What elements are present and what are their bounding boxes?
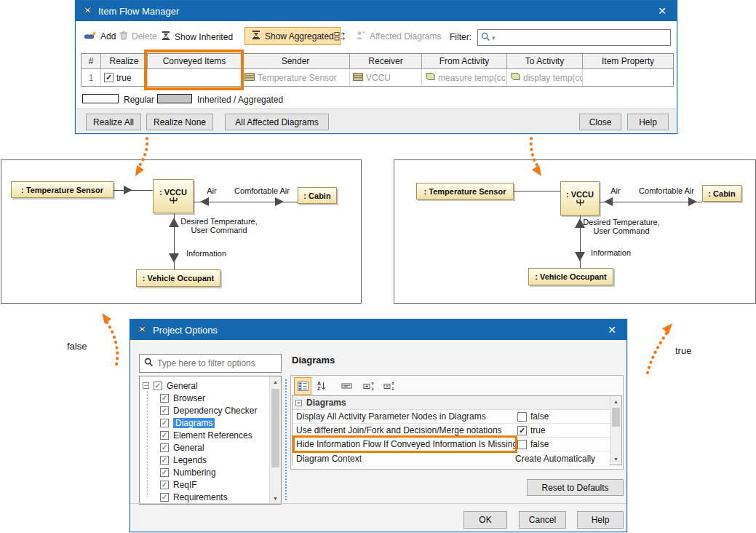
tree-checkbox[interactable]: ✓: [160, 443, 169, 452]
block-cabin[interactable]: : Cabin: [298, 187, 337, 204]
categorized-view-button[interactable]: [294, 377, 311, 395]
add-button[interactable]: Add: [84, 31, 116, 42]
standard-properties-button[interactable]: [381, 377, 398, 395]
scroll-up-icon[interactable]: ▲: [271, 376, 280, 387]
tree-checkbox[interactable]: ✓: [160, 394, 169, 403]
show-aggregated-toggle[interactable]: Show Aggregated: [244, 27, 341, 45]
block-vccu[interactable]: : VCCU: [560, 181, 600, 216]
tree-checkbox[interactable]: ✓: [160, 481, 169, 489]
cancel-button[interactable]: Cancel: [519, 511, 566, 529]
reset-to-defaults-button[interactable]: Reset to Defaults: [527, 479, 624, 496]
delete-button[interactable]: Delete: [119, 31, 157, 42]
property-group-header[interactable]: − Diagrams: [293, 396, 610, 410]
tree-item-dependency-checker[interactable]: ✓Dependency Checker: [140, 404, 257, 416]
search-icon: [144, 358, 154, 369]
properties-scrollbar[interactable]: ▲ ▼: [610, 396, 621, 465]
filter-input[interactable]: [497, 33, 667, 43]
scroll-thumb[interactable]: [271, 389, 279, 467]
value-checkbox[interactable]: [517, 440, 527, 449]
col-to-activity[interactable]: To Activity: [507, 54, 583, 69]
tree-item-requirements[interactable]: ✓Requirements: [140, 491, 228, 503]
block-temperature-sensor[interactable]: : Temperature Sensor: [416, 183, 514, 200]
splitter-handle[interactable]: [285, 379, 287, 500]
show-description-button[interactable]: [338, 377, 356, 395]
tree-item-general-root[interactable]: − ✓ General: [140, 379, 198, 392]
connector-vccu-cabin[interactable]: [600, 202, 702, 202]
tree-item-numbering[interactable]: ✓Numbering: [140, 466, 216, 478]
tree-checkbox[interactable]: ✓: [160, 431, 169, 440]
property-row-highlighted[interactable]: Hide Information Flow If Conveyed Inform…: [293, 438, 610, 451]
realize-checkbox[interactable]: ✓: [104, 73, 114, 82]
tree-checkbox[interactable]: ✓: [160, 419, 169, 427]
tree-checkbox[interactable]: ✓: [160, 406, 169, 415]
flow-label-comfortable-air: Comfortable Air: [639, 186, 694, 195]
tree-item-browser[interactable]: ✓Browser: [140, 392, 205, 404]
close-icon[interactable]: ✕: [604, 324, 620, 336]
tree-item-reqif[interactable]: ✓ReqIF: [140, 478, 197, 491]
sort-alphabetically-button[interactable]: AZ: [313, 377, 330, 395]
affected-diagrams-icon: [356, 31, 366, 42]
tree-checkbox[interactable]: ✓: [154, 382, 162, 390]
table-header-row: # Realize Conveyed Items Sender Receiver…: [81, 54, 673, 69]
property-row[interactable]: Diagram Context Create Automatically: [293, 451, 610, 465]
scroll-down-icon[interactable]: ▼: [611, 454, 621, 465]
tree-item-diagrams[interactable]: ✓Diagrams: [140, 416, 215, 429]
tree-checkbox[interactable]: ✓: [160, 493, 169, 502]
move-columns-icon[interactable]: [334, 31, 347, 44]
block-cabin[interactable]: : Cabin: [702, 185, 741, 202]
col-sender[interactable]: Sender: [242, 54, 350, 69]
tree-checkbox[interactable]: ✓: [160, 468, 169, 477]
expert-properties-button[interactable]: [360, 377, 378, 395]
tree-scrollbar[interactable]: ▲ ▼: [269, 376, 281, 504]
tree-item-general[interactable]: ✓General: [140, 441, 204, 454]
help-button[interactable]: Help: [627, 114, 669, 130]
table-row[interactable]: 1 ✓ true Temperature Sensor VCCU measure…: [81, 69, 673, 86]
connector-ts-vccu[interactable]: [114, 190, 153, 191]
connector-ts-vccu-plain[interactable]: [514, 191, 560, 192]
block-temperature-sensor[interactable]: : Temperature Sensor: [11, 181, 114, 198]
all-affected-diagrams-button[interactable]: All Affected Diagrams: [225, 114, 329, 130]
scroll-up-icon[interactable]: ▲: [611, 396, 621, 407]
close-button[interactable]: Close: [579, 114, 621, 130]
collapse-icon[interactable]: −: [295, 400, 302, 406]
po-help-button[interactable]: Help: [577, 511, 624, 529]
caret-down-icon[interactable]: ▾: [492, 34, 496, 42]
value-checkbox[interactable]: [517, 412, 527, 422]
show-inherited-button[interactable]: Show Inherited: [161, 31, 233, 43]
realize-all-button[interactable]: Realize All: [86, 114, 141, 130]
options-search-input[interactable]: [157, 358, 276, 368]
cell-conveyed[interactable]: [148, 69, 242, 86]
block-vehicle-occupant[interactable]: : Vehicle Occupant: [136, 269, 220, 287]
value-checkbox[interactable]: ✓: [517, 426, 527, 435]
col-from-activity[interactable]: From Activity: [422, 54, 507, 69]
block-vccu[interactable]: : VCCU: [153, 179, 194, 213]
col-num[interactable]: #: [81, 54, 101, 69]
ifm-titlebar[interactable]: Item Flow Manager ✕: [76, 1, 677, 21]
search-icon[interactable]: [481, 32, 490, 44]
property-row[interactable]: Display All Activity Parameter Nodes in …: [293, 410, 610, 424]
col-item-property[interactable]: Item Property: [583, 54, 673, 69]
block-vehicle-occupant[interactable]: : Vehicle Occupant: [528, 268, 613, 285]
close-icon[interactable]: ✕: [654, 5, 670, 17]
col-realize[interactable]: Realize: [101, 54, 148, 69]
col-receiver[interactable]: Receiver: [350, 54, 422, 69]
collapse-icon[interactable]: −: [143, 382, 149, 389]
tree-checkbox[interactable]: ✓: [160, 456, 169, 465]
options-group-heading: Diagrams: [292, 355, 335, 366]
app-logo-icon: [137, 324, 148, 336]
affected-diagrams-button[interactable]: Affected Diagrams: [356, 31, 442, 42]
options-search-box: [139, 354, 282, 373]
property-row[interactable]: Use different Join/Fork and Decision/Mer…: [293, 424, 610, 438]
flow-label-information: Information: [186, 249, 226, 258]
col-conveyed-items[interactable]: Conveyed Items: [148, 54, 242, 69]
scroll-down-icon[interactable]: ▼: [271, 493, 280, 504]
cell-to-activity: display temp(cc: [507, 69, 583, 86]
realize-none-button[interactable]: Realize None: [146, 114, 213, 130]
app-logo-icon: [82, 5, 93, 17]
ok-button[interactable]: OK: [463, 511, 507, 529]
po-titlebar[interactable]: Project Options ✕: [130, 320, 626, 340]
legend-inherited-label: Inherited / Aggregated: [197, 95, 283, 105]
tree-item-legends[interactable]: ✓Legends: [140, 454, 207, 466]
scroll-thumb[interactable]: [612, 408, 620, 427]
tree-item-element-references[interactable]: ✓Element References: [140, 429, 252, 441]
